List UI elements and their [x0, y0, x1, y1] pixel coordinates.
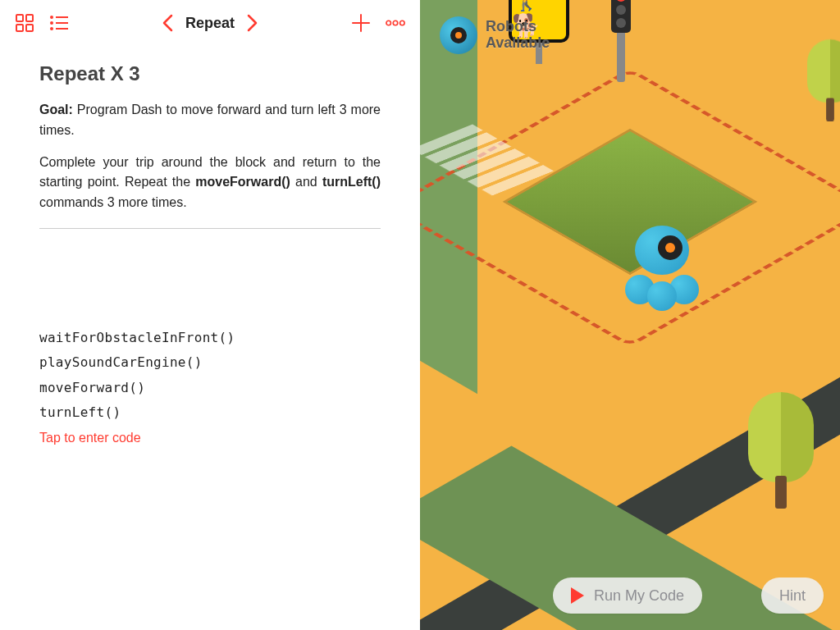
- lesson-content: Repeat X 3 Goal: Program Dash to move fo…: [0, 46, 420, 244]
- svg-point-4: [50, 16, 53, 19]
- instruction-panel: Repeat Repeat X 3 Goal: Program Dash to …: [0, 0, 420, 630]
- run-button-label: Run My Code: [594, 587, 684, 605]
- hint-button-label: Hint: [779, 587, 806, 605]
- toolbar: Repeat: [0, 0, 420, 46]
- description-paragraph: Complete your trip around the block and …: [39, 153, 381, 213]
- divider: [39, 228, 381, 229]
- goal-body: Program Dash to move forward and turn le…: [39, 103, 381, 137]
- chevron-left-icon[interactable]: [158, 13, 177, 33]
- svg-rect-1: [26, 15, 33, 21]
- svg-rect-2: [16, 25, 23, 31]
- status-text: Robots Available: [486, 19, 550, 52]
- code-line[interactable]: moveForward(): [39, 376, 381, 400]
- scene: 🚶🐕: [420, 0, 840, 630]
- tree: [748, 386, 814, 509]
- run-code-button[interactable]: Run My Code: [553, 578, 702, 614]
- goal-paragraph: Goal: Program Dash to move forward and t…: [39, 100, 381, 141]
- more-icon[interactable]: [386, 13, 405, 33]
- code-line[interactable]: turnLeft(): [39, 400, 381, 425]
- plus-icon[interactable]: [351, 13, 371, 33]
- svg-rect-5: [56, 16, 68, 18]
- robot-status[interactable]: Robots Available: [440, 16, 550, 54]
- list-icon[interactable]: [49, 13, 69, 33]
- svg-rect-0: [16, 15, 23, 21]
- traffic-light: [617, 0, 625, 82]
- robot-dash: [625, 226, 699, 299]
- svg-point-6: [50, 21, 53, 25]
- svg-point-12: [386, 21, 391, 25]
- code-line[interactable]: waitForObstacleInFront(): [39, 326, 381, 350]
- code-line[interactable]: playSoundCarEngine(): [39, 350, 381, 375]
- play-icon: [571, 587, 584, 604]
- code-editor[interactable]: waitForObstacleInFront() playSoundCarEng…: [0, 244, 420, 450]
- svg-rect-9: [56, 28, 68, 30]
- code-placeholder[interactable]: Tap to enter code: [39, 426, 381, 450]
- hint-button[interactable]: Hint: [761, 578, 824, 614]
- tree: [807, 35, 840, 121]
- page-title: Repeat X 3: [39, 62, 381, 85]
- grid-icon[interactable]: [15, 13, 34, 33]
- goal-label: Goal:: [39, 103, 73, 116]
- svg-rect-7: [56, 22, 68, 24]
- nav-title: Repeat: [185, 15, 235, 32]
- svg-rect-3: [26, 25, 33, 31]
- chevron-right-icon[interactable]: [243, 13, 262, 33]
- svg-point-13: [393, 21, 398, 25]
- svg-point-8: [50, 27, 53, 30]
- robot-avatar-icon: [440, 16, 477, 54]
- game-viewport[interactable]: 🚶🐕 Robots Available Run My Code Hint: [420, 0, 840, 630]
- svg-point-14: [400, 21, 405, 25]
